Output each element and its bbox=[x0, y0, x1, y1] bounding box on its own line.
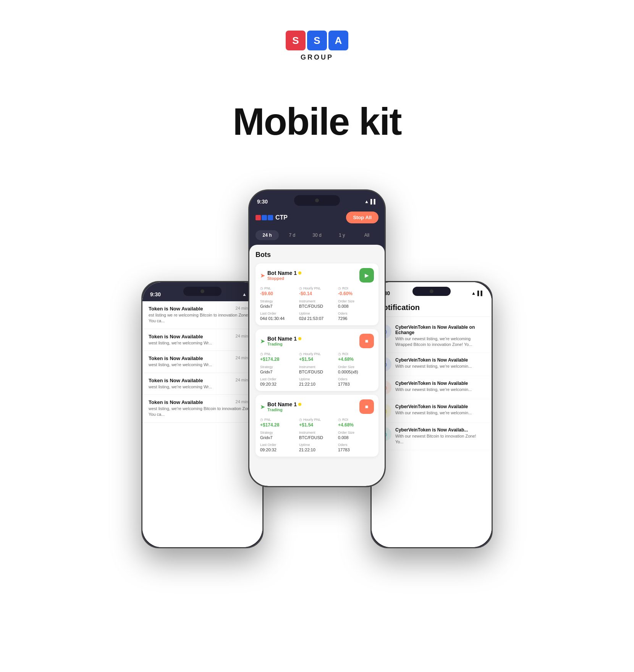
notif-page-title: Notification bbox=[378, 303, 485, 312]
instrument-0: Instrument BTC/FDUSD bbox=[299, 299, 335, 309]
notif-text-4: CyberVeinToken is Now Availab... With ou… bbox=[395, 427, 485, 445]
bot-arrow-0: ➤ bbox=[260, 272, 265, 279]
center-phone-screen: 9:30 ▲ ▌▌ CTP bbox=[249, 191, 385, 486]
notif-title-2: Token is Now Available bbox=[149, 355, 236, 361]
notif-title-3: Token is Now Available bbox=[149, 378, 236, 383]
notch-dot-right bbox=[430, 289, 433, 293]
instrument-label-1: Instrument bbox=[299, 365, 335, 369]
uptime-val-1: 21:22:10 bbox=[299, 382, 335, 386]
last-order-label-0: Last Order bbox=[260, 312, 296, 315]
left-notif-list: Token is Now Available 24 min ago est li… bbox=[142, 282, 262, 547]
ctp-app-name: CTP bbox=[275, 214, 288, 221]
right-phone-frame: 9:30 ▲ ▌▌ Notification ◎ CyberVeinToken … bbox=[370, 281, 493, 548]
right-notif-entry-1[interactable]: ◎ CyberVeinToken is Now Available With o… bbox=[372, 353, 492, 376]
left-phone: 9:30 ▲ ▌▌ Token is Now Available 24 min … bbox=[141, 281, 264, 548]
left-notif-item-2[interactable]: Token is Now Available 24 min ago west l… bbox=[142, 351, 262, 373]
strategy-label-0: Strategy bbox=[260, 299, 296, 303]
order-size-label-1: Order Size bbox=[338, 365, 374, 369]
ctp-logo: CTP bbox=[256, 214, 288, 221]
tab-all[interactable]: All bbox=[355, 230, 378, 240]
phones-section: 9:30 ▲ ▌▌ Token is Now Available 24 min … bbox=[0, 174, 634, 518]
ctp-box-blue2 bbox=[268, 215, 273, 220]
order-size-0: Order Size 0.008 bbox=[338, 299, 374, 309]
notif-entry-body-3: With our newest listing, we're welcomin.… bbox=[395, 410, 485, 416]
ctp-logo-boxes bbox=[256, 215, 273, 220]
right-notif-entry-3[interactable]: ◎ CyberVeinToken is Now Available With o… bbox=[372, 399, 492, 423]
bot-pnl-1: ◷PNL +$174.28 bbox=[260, 352, 296, 362]
time-tabs: 24 h 7 d 30 d 1 y All bbox=[249, 227, 385, 245]
right-notif-entry-0[interactable]: ◎ CyberVeinToken is Now Available on Ech… bbox=[372, 320, 492, 353]
last-order-val-0: 04d 01:30:44 bbox=[260, 316, 296, 321]
left-phone-frame: 9:30 ▲ ▌▌ Token is Now Available 24 min … bbox=[141, 281, 264, 548]
right-signal-icon: ▌▌ bbox=[477, 291, 484, 296]
bot-action-btn-0[interactable]: ▶ bbox=[359, 268, 374, 283]
instrument-label-2: Instrument bbox=[299, 431, 335, 435]
uptime-2: Uptime 21:22:10 bbox=[299, 443, 335, 452]
logo-container: S S A bbox=[286, 31, 348, 50]
left-notif-item-4[interactable]: Token is Now Available 24 min ago west l… bbox=[142, 395, 262, 423]
instrument-val-2: BTC/FDUSD bbox=[299, 435, 335, 440]
hourly-label-2: ◷Hourly PNL bbox=[299, 418, 335, 422]
hourly-label-1: ◷Hourly PNL bbox=[299, 352, 335, 356]
notif-entry-title-0: CyberVeinToken is Now Available on Echan… bbox=[395, 325, 485, 335]
bot-details-0: Strategy Gridv7 Instrument BTC/FDUSD Ord… bbox=[260, 299, 374, 321]
strategy-label-1: Strategy bbox=[260, 365, 296, 369]
orders-label-2: Oders bbox=[338, 443, 374, 447]
last-order-val-1: 09:20:32 bbox=[260, 382, 296, 386]
uptime-val-0: 02d 21:53:07 bbox=[299, 316, 335, 321]
strategy-1: Strategy Gridv7 bbox=[260, 365, 296, 374]
bot-status-1: Trading bbox=[267, 342, 301, 346]
right-phone: 9:30 ▲ ▌▌ Notification ◎ CyberVeinToken … bbox=[370, 281, 493, 548]
right-notif-entry-2[interactable]: ◎ CyberVeinToken is Now Available With o… bbox=[372, 376, 492, 399]
stop-all-button[interactable]: Stop All bbox=[346, 212, 378, 223]
notif-top-0: Token is Now Available 24 min ago bbox=[149, 306, 256, 312]
center-phone-notch bbox=[294, 195, 340, 206]
bots-title: Bots bbox=[256, 251, 378, 259]
left-notif-item-1[interactable]: Token is Now Available 24 min ago west l… bbox=[142, 329, 262, 351]
notif-entry-body-1: With our newest listing, we're welcomin.… bbox=[395, 363, 485, 369]
notif-entry-title-3: CyberVeinToken is Now Available bbox=[395, 404, 485, 409]
bot-name-col-1: Bot Name 1 Trading bbox=[267, 336, 301, 346]
order-size-2: Order Size 0.008 bbox=[338, 431, 374, 440]
orders-1: Oders 17783 bbox=[338, 377, 374, 386]
uptime-label-0: Uptime bbox=[299, 312, 335, 315]
ctp-box-blue1 bbox=[262, 215, 267, 220]
bot-action-btn-2[interactable]: ■ bbox=[359, 399, 374, 414]
notch-dot-left bbox=[201, 289, 204, 293]
tab-1y[interactable]: 1 y bbox=[330, 230, 354, 240]
bot-card-1: ➤ Bot Name 1 Trading ■ ◷PNL +$174.28 ◷Ho… bbox=[256, 329, 378, 391]
notif-body-1: west listing, we're welcoming Wr... bbox=[149, 340, 256, 346]
roi-label-2: ◷ROI bbox=[338, 418, 374, 422]
right-notif-entry-4[interactable]: ◎ CyberVeinToken is Now Availab... With … bbox=[372, 423, 492, 450]
orders-0: Oders 7296 bbox=[338, 312, 374, 321]
pnl-value-0: -$9.60 bbox=[260, 291, 296, 296]
tab-24h[interactable]: 24 h bbox=[256, 230, 279, 240]
left-notif-item-0[interactable]: Token is Now Available 24 min ago est li… bbox=[142, 301, 262, 329]
tab-7d[interactable]: 7 d bbox=[280, 230, 304, 240]
notif-text-1: CyberVeinToken is Now Available With our… bbox=[395, 357, 485, 369]
pnl-label-2: ◷PNL bbox=[260, 418, 296, 422]
pnl-label-1: ◷PNL bbox=[260, 352, 296, 356]
last-order-val-2: 09:20:32 bbox=[260, 447, 296, 452]
bot-name-row-1: Bot Name 1 bbox=[267, 336, 301, 342]
order-size-val-2: 0.008 bbox=[338, 435, 374, 440]
bot-card-0: ➤ Bot Name 1 Stopped ▶ ◷PNL -$9.60 ◷Hour… bbox=[256, 263, 378, 325]
center-status-icons: ▲ ▌▌ bbox=[364, 199, 377, 204]
center-phone-frame: 9:30 ▲ ▌▌ CTP bbox=[248, 189, 386, 487]
hourly-label-0: ◷Hourly PNL bbox=[299, 286, 335, 290]
right-status-icons: ▲ ▌▌ bbox=[471, 291, 484, 296]
bot-status-2: Trading bbox=[267, 407, 301, 412]
roi-label-0: ◷ROI bbox=[338, 286, 374, 290]
notif-text-3: CyberVeinToken is Now Available With our… bbox=[395, 404, 485, 416]
left-notif-item-3[interactable]: Token is Now Available 24 min ago west l… bbox=[142, 373, 262, 395]
orders-val-0: 7296 bbox=[338, 316, 374, 321]
bot-name-row-2: Bot Name 1 bbox=[267, 401, 301, 407]
bot-action-btn-1[interactable]: ■ bbox=[359, 334, 374, 348]
notif-entry-title-1: CyberVeinToken is Now Available bbox=[395, 357, 485, 363]
bot-dot-2 bbox=[298, 403, 301, 406]
notif-entry-title-4: CyberVeinToken is Now Availab... bbox=[395, 427, 485, 433]
logo-s-box: S bbox=[286, 31, 306, 50]
left-phone-screen: 9:30 ▲ ▌▌ Token is Now Available 24 min … bbox=[142, 282, 262, 547]
bot-card-header-2: ➤ Bot Name 1 Trading ■ bbox=[260, 399, 374, 414]
tab-30d[interactable]: 30 d bbox=[305, 230, 328, 240]
